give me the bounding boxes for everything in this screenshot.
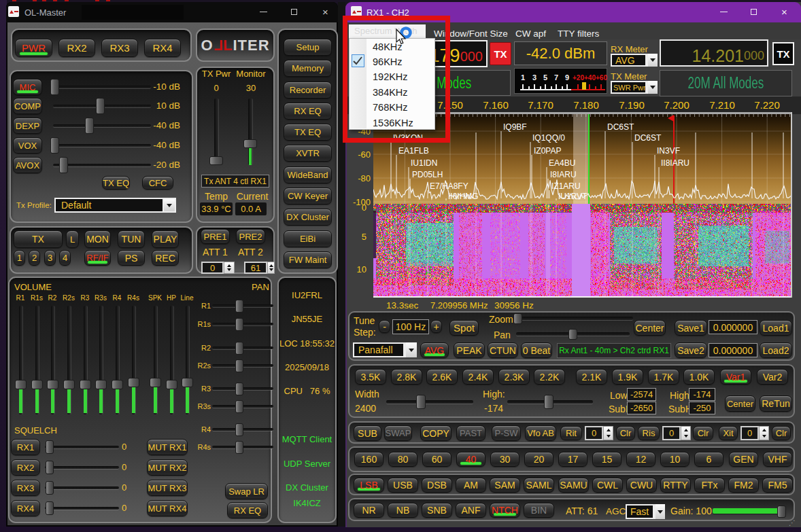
svg-text:IQ1QQ/0: IQ1QQ/0 bbox=[532, 133, 565, 143]
svg-text:E7/HA8FY: E7/HA8FY bbox=[430, 181, 468, 191]
svg-text:DC6ST: DC6ST bbox=[607, 122, 634, 132]
svg-text:IZ1ARU: IZ1ARU bbox=[551, 181, 581, 191]
svg-text:DC6ST: DC6ST bbox=[634, 133, 662, 143]
svg-text:II8IARU: II8IARU bbox=[661, 158, 689, 168]
svg-text:IN3VF: IN3VF bbox=[657, 146, 680, 156]
svg-text:IQ9BF: IQ9BF bbox=[503, 122, 527, 132]
svg-text:IU1IDN: IU1IDN bbox=[411, 158, 437, 168]
svg-text:IZ0PAP: IZ0PAP bbox=[534, 146, 561, 156]
svg-text:PD05LH: PD05LH bbox=[412, 170, 443, 179]
svg-text:EA1FLB: EA1FLB bbox=[398, 146, 429, 156]
svg-text:IU1RVT: IU1RVT bbox=[558, 192, 587, 201]
svg-text:II0IHMG: II0IHMG bbox=[448, 192, 479, 201]
svg-text:I8IARU: I8IARU bbox=[550, 170, 577, 179]
svg-text:EA4BU: EA4BU bbox=[549, 158, 575, 168]
